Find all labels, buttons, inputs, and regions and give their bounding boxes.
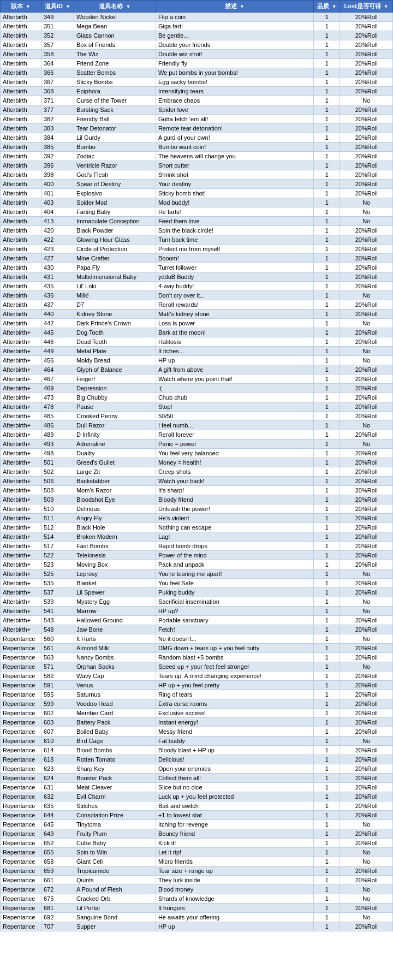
cell-quality: 1 (314, 681, 340, 690)
cell-quality: 1 (314, 217, 340, 226)
table-row: Afterbirth383Tear DetonatorRemote tear d… (1, 124, 393, 133)
cell-lost: 20%Roll (340, 263, 393, 272)
cell-quality: 1 (314, 839, 340, 848)
header-version[interactable]: 版本 ▼ (1, 1, 41, 13)
header-lost[interactable]: Lost是否可得 ▼ (340, 1, 393, 13)
cell-quality: 1 (314, 885, 340, 894)
cell-desc: Spin the black circle! (156, 226, 313, 235)
cell-id: 467 (41, 375, 74, 384)
cell-lost: 20%Roll (340, 31, 393, 40)
cell-name: Explosivo (74, 189, 156, 198)
cell-lost: 20%Roll (340, 699, 393, 709)
cell-id: 591 (41, 681, 74, 690)
cell-lost: 20%Roll (340, 625, 393, 634)
cell-name: Member Card (74, 709, 156, 718)
cell-name: Blood Bombs (74, 746, 156, 755)
cell-desc: Feed them love (156, 217, 313, 226)
cell-lost: 20%Roll (340, 672, 393, 681)
cell-name: Jaw Bone (74, 625, 156, 634)
cell-lost: 20%Roll (340, 161, 393, 170)
cell-version: Repentance (1, 866, 41, 876)
cell-desc: Protect me from myself (156, 245, 313, 254)
cell-id: 561 (41, 644, 74, 653)
table-row: Afterbirth371Curse of the TowerEmbrace c… (1, 96, 393, 105)
table-row: Afterbirth+509Bloodshot EyeBloody friend… (1, 495, 393, 504)
cell-quality: 1 (314, 913, 340, 922)
cell-version: Repentance (1, 699, 41, 709)
cell-id: 404 (41, 207, 74, 217)
cell-id: 437 (41, 300, 74, 310)
cell-lost: 20%Roll (340, 718, 393, 727)
cell-quality: 1 (314, 115, 340, 124)
header-id[interactable]: 道具ID ▼ (41, 1, 74, 13)
cell-name: Black Powder (74, 226, 156, 235)
cell-version: Repentance (1, 764, 41, 774)
cell-name: Sanguine Bond (74, 913, 156, 922)
cell-quality: 1 (314, 189, 340, 198)
cell-quality: 1 (314, 152, 340, 161)
cell-id: 511 (41, 514, 74, 523)
cell-lost: 20%Roll (340, 13, 393, 22)
cell-name: Glyph of Balance (74, 365, 156, 375)
table-row: Afterbirth+489D InfinityReroll forever12… (1, 430, 393, 439)
cell-desc: Micro friends (156, 857, 313, 866)
cell-desc: +1 to lowest stat (156, 811, 313, 820)
cell-id: 672 (41, 885, 74, 894)
cell-id: 371 (41, 96, 74, 105)
cell-version: Repentance (1, 783, 41, 792)
cell-id: 599 (41, 699, 74, 709)
cell-desc: Watch where you point that! (156, 375, 313, 384)
cell-lost: No (340, 421, 393, 430)
cell-quality: 1 (314, 31, 340, 40)
cell-name: Zodiac (74, 152, 156, 161)
cell-lost: 20%Roll (340, 22, 393, 31)
cell-id: 624 (41, 774, 74, 783)
cell-id: 502 (41, 467, 74, 477)
cell-desc: Sacrificial insemination (156, 597, 313, 607)
cell-name: Cube Baby (74, 839, 156, 848)
cell-name: Milk! (74, 291, 156, 300)
cell-lost: 20%Roll (340, 690, 393, 699)
cell-lost: 20%Roll (340, 152, 393, 161)
cell-quality: 1 (314, 402, 340, 412)
cell-name: Wooden Nickel (74, 13, 156, 22)
cell-name: Glass Cannon (74, 31, 156, 40)
cell-desc: Gotta fetch 'em all! (156, 115, 313, 124)
header-quality[interactable]: 品质 ▼ (314, 1, 340, 13)
cell-version: Afterbirth+ (1, 365, 41, 375)
cell-name: Lil Gurdy (74, 133, 156, 142)
cell-desc: A gurd of your own! (156, 133, 313, 142)
header-id-label: 道具ID (45, 3, 63, 9)
cell-id: 446 (41, 337, 74, 347)
cell-desc: Booom! (156, 254, 313, 263)
cell-desc: A gift from above (156, 365, 313, 375)
cell-quality: 1 (314, 180, 340, 189)
cell-version: Afterbirth+ (1, 328, 41, 337)
cell-lost: No (340, 291, 393, 300)
table-row: Repentance563Nancy BombsRandom blast +5 … (1, 653, 393, 662)
cell-lost: 20%Roll (340, 866, 393, 876)
cell-name: Consolation Prize (74, 811, 156, 820)
cell-desc: HP up (156, 356, 313, 365)
cell-id: 368 (41, 87, 74, 96)
table-row: Afterbirth+469Depression:(120%Roll (1, 384, 393, 393)
cell-id: 442 (41, 319, 74, 328)
header-desc[interactable]: 描述 ▼ (156, 1, 313, 13)
cell-id: 607 (41, 727, 74, 737)
table-row: Afterbirth404Farting BabyHe farts!1No (1, 207, 393, 217)
cell-desc: Giga fart! (156, 22, 313, 31)
cell-name: Scatter Bombs (74, 68, 156, 78)
cell-quality: 1 (314, 551, 340, 560)
table-row: Afterbirth351Mega BeanGiga fart!120%Roll (1, 22, 393, 31)
table-row: Afterbirth368EpiphoraIntensifying tears1… (1, 87, 393, 96)
cell-name: Stitches (74, 801, 156, 811)
cell-quality: 1 (314, 699, 340, 709)
table-row: Afterbirth430Papa FlyTurret follower120%… (1, 263, 393, 272)
cell-quality: 1 (314, 421, 340, 430)
header-name[interactable]: 道具名称 ▼ (74, 1, 156, 13)
table-row: Afterbirth382Friendly BallGotta fetch 'e… (1, 115, 393, 124)
cell-lost: 20%Roll (340, 727, 393, 737)
cell-desc: Remote tear detonation! (156, 124, 313, 133)
cell-lost: 20%Roll (340, 310, 393, 319)
cell-id: 523 (41, 560, 74, 569)
